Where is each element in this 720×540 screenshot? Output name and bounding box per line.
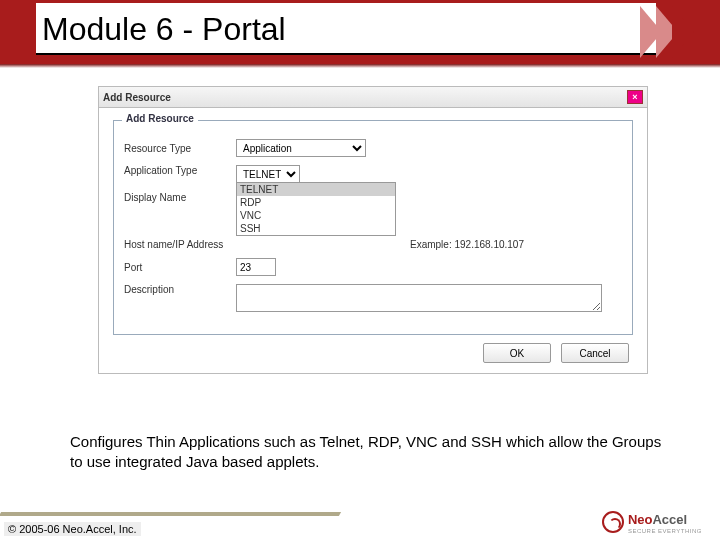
- title-bar: Module 6 - Portal: [0, 0, 720, 78]
- slide-caption: Configures Thin Applications such as Tel…: [70, 432, 668, 471]
- label-port: Port: [124, 262, 236, 273]
- fieldset-legend: Add Resource: [122, 113, 198, 124]
- list-item[interactable]: SSH: [237, 222, 395, 235]
- close-icon[interactable]: ×: [627, 90, 643, 104]
- add-resource-dialog: Add Resource × Add Resource Resource Typ…: [98, 86, 648, 374]
- row-port: Port: [124, 258, 622, 276]
- label-host: Host name/IP Address: [124, 239, 236, 250]
- dialog-body: Add Resource Resource Type Application A…: [98, 108, 648, 374]
- accent-line: [0, 512, 341, 516]
- dialog-button-row: OK Cancel: [113, 335, 633, 365]
- footer: © 2005-06 Neo.Accel, Inc. NeoAccel SECUR…: [0, 510, 720, 540]
- slide-title: Module 6 - Portal: [36, 3, 656, 55]
- port-input[interactable]: [236, 258, 276, 276]
- row-host: Host name/IP Address Example: 192.168.10…: [124, 239, 622, 250]
- add-resource-fieldset: Add Resource Resource Type Application A…: [113, 120, 633, 335]
- list-item[interactable]: TELNET: [237, 183, 395, 196]
- logo-tagline: SECURE EVERYTHING: [628, 528, 702, 534]
- label-resource-type: Resource Type: [124, 143, 236, 154]
- label-application-type: Application Type: [124, 165, 236, 176]
- row-description: Description: [124, 284, 622, 312]
- label-display-name: Display Name: [124, 192, 236, 203]
- chevron-decoration: [646, 6, 694, 58]
- cancel-button[interactable]: Cancel: [561, 343, 629, 363]
- application-type-listbox[interactable]: TELNET RDP VNC SSH: [236, 182, 396, 236]
- label-description: Description: [124, 284, 236, 295]
- resource-type-select[interactable]: Application: [236, 139, 366, 157]
- ok-button[interactable]: OK: [483, 343, 551, 363]
- copyright-text: © 2005-06 Neo.Accel, Inc.: [4, 522, 141, 536]
- description-input[interactable]: [236, 284, 602, 312]
- title-underline: [36, 53, 656, 55]
- row-resource-type: Resource Type Application: [124, 139, 622, 157]
- logo-icon: [602, 511, 624, 533]
- logo-text: NeoAccel: [628, 512, 687, 527]
- chevron-icon: [672, 6, 694, 58]
- list-item[interactable]: RDP: [237, 196, 395, 209]
- application-type-group: TELNET TELNET RDP VNC SSH: [236, 165, 396, 236]
- application-type-select[interactable]: TELNET: [236, 165, 300, 183]
- title-shadow: [0, 64, 720, 68]
- dialog-title: Add Resource: [103, 92, 171, 103]
- neoaccel-logo: NeoAccel SECURE EVERYTHING: [602, 510, 702, 534]
- list-item[interactable]: VNC: [237, 209, 395, 222]
- host-example-text: Example: 192.168.10.107: [410, 239, 524, 250]
- dialog-titlebar: Add Resource ×: [98, 86, 648, 108]
